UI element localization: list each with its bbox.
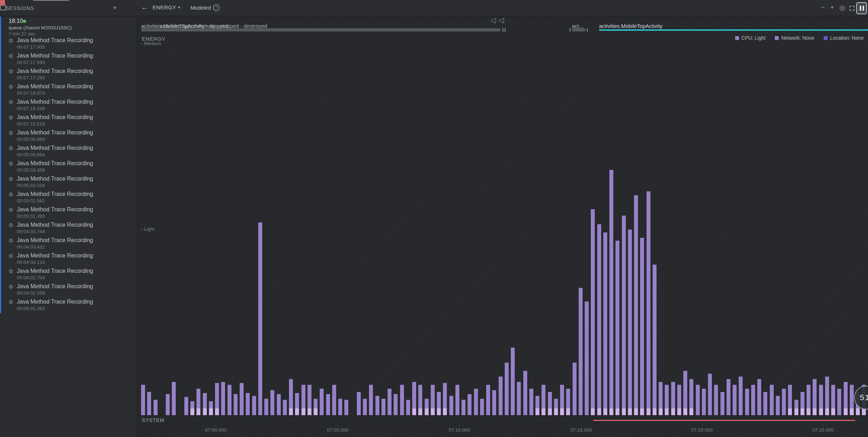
energy-bar-light-segment xyxy=(196,408,200,415)
session-item[interactable]: ⚙Java Method Trace Recording00:05:03.664 xyxy=(0,145,137,160)
time-axis: 07:00.00007:05.00007:10.00007:15.00007:2… xyxy=(138,424,868,437)
session-item-title: Java Method Trace Recording xyxy=(17,283,93,290)
energy-bar xyxy=(653,265,657,415)
session-item[interactable]: ⚙Java Method Trace Recording00:04:02.704 xyxy=(0,268,137,283)
energy-bar xyxy=(499,377,503,415)
session-item[interactable]: ⚙Java Method Trace Recording00:05:03.034 xyxy=(0,176,137,191)
energy-bar xyxy=(449,396,453,415)
range-handle[interactable] xyxy=(505,28,505,32)
session-item[interactable]: ⚙Java Method Trace Recording00:07:16.973 xyxy=(0,83,137,99)
energy-bar-light-segment xyxy=(548,408,552,415)
energy-bar xyxy=(597,224,601,415)
session-item-title: Java Method Trace Recording xyxy=(17,37,93,44)
energy-bar-light-segment xyxy=(603,408,607,415)
session-item-time: 00:05:03.034 xyxy=(17,183,45,188)
session-item[interactable]: ⚙Java Method Trace Recording00:07:17.285 xyxy=(0,68,137,83)
energy-bar xyxy=(474,389,478,415)
range-handle[interactable] xyxy=(503,28,503,32)
energy-bar xyxy=(486,385,490,415)
range-handle[interactable] xyxy=(587,28,588,32)
session-item[interactable]: ⚙Java Method Trace Recording00:05:03.356 xyxy=(0,160,137,176)
session-item-time: 00:07:17.905 xyxy=(17,44,45,50)
energy-profiler-main: ◁◁ activities.MobileTopActivity - stoppe… xyxy=(138,16,868,437)
zoom-in-button[interactable]: + xyxy=(830,4,834,11)
energy-bar-light-segment xyxy=(813,408,817,415)
profiler-view-select[interactable]: ENERGY xyxy=(153,4,176,10)
session-item[interactable]: ⚙Java Method Trace Recording00:04:03.124 xyxy=(0,252,137,268)
session-item[interactable]: ⚙Java Method Trace Recording00:07:17.593 xyxy=(0,53,137,68)
add-session-button[interactable]: + xyxy=(113,4,117,12)
panel-layout-icon[interactable] xyxy=(0,5,6,10)
energy-bar-light-segment xyxy=(800,408,804,415)
energy-bar xyxy=(492,390,496,415)
activity-label-overlap-2: activities.SplashActivity - stopped - de… xyxy=(160,23,267,29)
session-item[interactable]: ⚙Java Method Trace Recording00:07:16.539 xyxy=(0,99,137,114)
energy-bar xyxy=(369,385,373,415)
energy-bar xyxy=(659,382,663,415)
energy-bar xyxy=(702,389,706,415)
session-item-time: 00:07:16.973 xyxy=(17,90,45,96)
gear-icon: ⚙ xyxy=(9,191,13,198)
energy-bar xyxy=(689,379,693,415)
session-item-title: Java Method Trace Recording xyxy=(17,176,93,182)
help-icon[interactable]: ? xyxy=(213,4,220,11)
energy-bar-light-segment xyxy=(314,408,318,415)
prev-event-icon[interactable]: ◁ xyxy=(490,16,498,24)
current-activity-label: activities.MobileTopActivity xyxy=(599,23,663,29)
energy-bar-light-segment xyxy=(640,408,644,415)
energy-bar-light-segment xyxy=(615,408,619,415)
zoom-out-button[interactable]: − xyxy=(821,4,825,11)
live-session-dot xyxy=(23,20,26,23)
session-item-time: 00:07:16.539 xyxy=(17,106,45,111)
energy-bar xyxy=(548,392,552,415)
energy-bar-light-segment xyxy=(653,408,657,415)
session-item[interactable]: ⚙Java Method Trace Recording00:05:02.582 xyxy=(0,191,137,206)
session-item-time: 00:04:02.704 xyxy=(17,275,45,280)
energy-bar-light-segment xyxy=(566,408,570,415)
session-item[interactable]: ⚙Java Method Trace Recording00:05:01.393 xyxy=(0,206,137,222)
energy-bar xyxy=(301,385,305,415)
energy-bar xyxy=(258,222,262,415)
gear-icon: ⚙ xyxy=(9,68,13,75)
axis-tick-label: 07:25.000 xyxy=(807,427,839,433)
energy-bar-light-segment xyxy=(844,408,848,415)
reset-zoom-button[interactable]: ◎ xyxy=(839,4,845,12)
session-item[interactable]: ⚙Java Method Trace Recording00:04:03.432 xyxy=(0,237,137,252)
energy-bar xyxy=(529,389,533,415)
session-item-title: Java Method Trace Recording xyxy=(17,160,93,167)
energy-bar xyxy=(196,389,200,415)
prev-event-icon[interactable]: ◁ xyxy=(498,16,506,24)
gear-icon: ⚙ xyxy=(9,284,13,290)
energy-bar xyxy=(727,379,730,415)
session-item[interactable]: ⚙Java Method Trace Recording00:04:02.356 xyxy=(0,283,137,299)
axis-tick-label: 07:05.000 xyxy=(321,427,354,433)
range-handle[interactable] xyxy=(570,28,570,32)
back-button[interactable]: ← xyxy=(141,3,149,11)
energy-bar xyxy=(425,399,429,415)
pause-live-button[interactable] xyxy=(856,2,867,14)
stop-recording-button[interactable] xyxy=(0,0,5,5)
session-item[interactable]: ⚙Java Method Trace Recording00:05:03.969 xyxy=(0,129,137,145)
session-item[interactable]: ⚙Java Method Trace Recording00:04:01.363 xyxy=(0,299,137,314)
energy-bar xyxy=(819,385,823,415)
session-item[interactable]: ⚙Java Method Trace Recording00:04:03.744 xyxy=(0,222,137,237)
energy-bar xyxy=(264,399,268,415)
axis-tick-mark xyxy=(459,424,460,426)
zoom-to-selection-button[interactable] xyxy=(849,6,854,11)
energy-bar xyxy=(246,393,250,415)
session-item[interactable]: ⚙Java Method Trace Recording00:07:17.905 xyxy=(0,37,137,53)
energy-bar xyxy=(640,238,644,415)
current-activity-bar[interactable] xyxy=(599,29,868,31)
energy-bar xyxy=(283,400,287,415)
session-item[interactable]: ⚙Java Method Trace Recording00:07:15.518 xyxy=(0,114,137,129)
jump-to-previous-icons[interactable]: ◁◁ xyxy=(490,16,507,24)
session-item-title: Java Method Trace Recording xyxy=(17,237,93,244)
gear-icon: ⚙ xyxy=(9,84,13,90)
session-item-time: 00:04:01.363 xyxy=(17,306,45,311)
energy-bar xyxy=(394,394,398,415)
energy-bar xyxy=(603,232,607,415)
energy-bar-light-segment xyxy=(301,408,305,415)
session-item-title: Java Method Trace Recording xyxy=(17,99,93,105)
energy-bar-light-segment xyxy=(628,408,632,415)
session-item-time: 00:07:17.285 xyxy=(17,75,45,80)
